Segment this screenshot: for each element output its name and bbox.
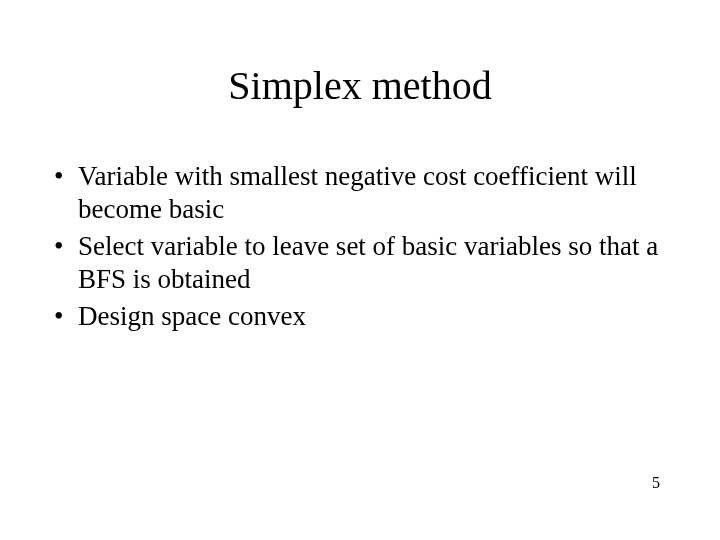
list-item: Select variable to leave set of basic va… [50, 230, 670, 296]
slide-body: Variable with smallest negative cost coe… [50, 160, 670, 337]
slide: Simplex method Variable with smallest ne… [0, 0, 720, 540]
slide-title: Simplex method [0, 62, 720, 109]
list-item: Design space convex [50, 300, 670, 333]
page-number: 5 [652, 474, 660, 492]
bullet-list: Variable with smallest negative cost coe… [50, 160, 670, 333]
list-item: Variable with smallest negative cost coe… [50, 160, 670, 226]
